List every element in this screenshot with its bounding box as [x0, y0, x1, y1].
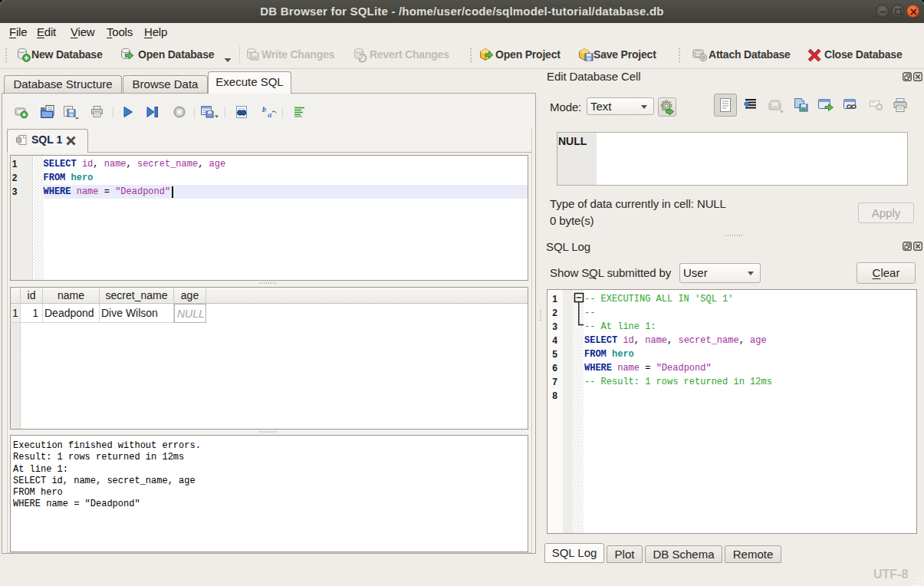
svg-text:a: a — [268, 110, 272, 119]
svg-text:b: b — [262, 105, 266, 114]
